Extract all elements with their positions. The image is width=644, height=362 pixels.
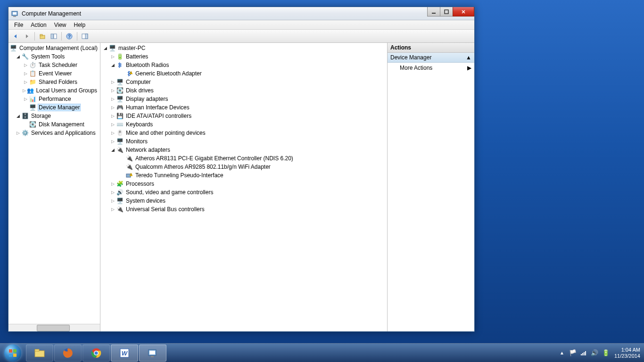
expand-icon[interactable]: [110, 147, 116, 153]
menu-action[interactable]: Action: [27, 21, 50, 29]
action-pane-button[interactable]: [80, 31, 90, 41]
device-hid[interactable]: Human Interface Devices: [125, 104, 190, 111]
menu-help[interactable]: Help: [70, 21, 90, 29]
taskbar-chrome[interactable]: [83, 345, 110, 362]
show-hide-tree-button[interactable]: [49, 31, 59, 41]
expand-icon[interactable]: [110, 198, 116, 204]
svg-rect-7: [51, 34, 53, 39]
event-icon: 📋: [29, 70, 36, 77]
device-computer[interactable]: Computer: [125, 78, 152, 86]
tree-shared-folders[interactable]: Shared Folders: [38, 78, 78, 86]
tree-device-manager[interactable]: Device Manager: [38, 104, 81, 111]
expand-icon[interactable]: [110, 139, 116, 144]
expand-icon[interactable]: [110, 206, 116, 212]
tree-event-viewer[interactable]: Event Viewer: [38, 70, 73, 77]
system-icon: 🖥️: [116, 197, 124, 205]
device-network[interactable]: Network adapters: [125, 146, 171, 154]
expand-icon[interactable]: [23, 62, 28, 68]
expand-icon[interactable]: [110, 54, 116, 59]
actions-section[interactable]: Device Manager ▲: [388, 53, 474, 63]
taskbar-explorer[interactable]: [26, 345, 53, 362]
tree-root[interactable]: Computer Management (Local): [18, 44, 99, 52]
expand-icon[interactable]: [110, 88, 116, 93]
tree-disk-management[interactable]: Disk Management: [38, 121, 85, 128]
expand-icon[interactable]: [110, 105, 116, 110]
help-button[interactable]: ?: [64, 31, 74, 41]
tree-services[interactable]: Services and Applications: [30, 129, 97, 137]
console-tree[interactable]: 🖥️Computer Management (Local) 🔧System To…: [8, 43, 100, 324]
expand-icon[interactable]: [110, 113, 116, 119]
collapse-icon[interactable]: ▲: [466, 54, 471, 61]
device-batteries[interactable]: Batteries: [125, 53, 149, 60]
flag-icon[interactable]: 🏳️: [569, 349, 577, 356]
computer-management-window: Computer Management File Action View Hel…: [8, 7, 475, 332]
expand-icon[interactable]: [110, 62, 116, 68]
device-ide[interactable]: IDE ATA/ATAPI controllers: [125, 112, 192, 120]
expand-icon[interactable]: [23, 88, 26, 93]
nic-icon: 🔌: [125, 163, 133, 171]
expand-icon[interactable]: [110, 79, 116, 85]
clock-time: 1:04 AM: [614, 347, 640, 353]
maximize-button[interactable]: [440, 7, 453, 16]
scrollbar-thumb[interactable]: [37, 325, 70, 331]
expand-icon[interactable]: [110, 96, 116, 102]
tree-task-scheduler[interactable]: Task Scheduler: [38, 61, 78, 69]
device-disk-drives[interactable]: Disk drives: [125, 87, 155, 94]
device-net-teredo[interactable]: Teredo Tunneling Pseudo-Interface: [134, 172, 224, 179]
clock[interactable]: 1:04 AM 11/23/2014: [614, 347, 640, 359]
tree-performance[interactable]: Performance: [38, 95, 72, 103]
device-net-qualcomm[interactable]: Qualcomm Atheros AR9285 802.11b/g/n WiFi…: [134, 163, 272, 171]
tree-local-users[interactable]: Local Users and Groups: [35, 87, 98, 94]
back-button[interactable]: [10, 31, 21, 41]
titlebar[interactable]: Computer Management: [8, 7, 474, 20]
close-button[interactable]: [453, 7, 474, 16]
expand-icon[interactable]: [110, 122, 116, 127]
device-bluetooth[interactable]: Bluetooth Radios: [125, 61, 170, 69]
expand-icon[interactable]: [15, 130, 21, 136]
expand-icon[interactable]: [110, 181, 116, 187]
expand-icon[interactable]: [23, 96, 28, 102]
forward-button[interactable]: [22, 31, 32, 41]
device-pc[interactable]: master-PC: [117, 44, 146, 52]
console-tree-pane: 🖥️Computer Management (Local) 🔧System To…: [8, 43, 100, 331]
more-actions-item[interactable]: More Actions ▶: [388, 63, 474, 73]
expand-icon[interactable]: [15, 54, 21, 59]
menu-file[interactable]: File: [10, 21, 27, 29]
svg-rect-32: [151, 356, 154, 357]
up-button[interactable]: [37, 31, 48, 41]
expand-icon[interactable]: [110, 189, 116, 195]
taskbar[interactable]: W ▲ 🏳️ 🔊 🔋 1:04 AM 11/23/2014: [0, 343, 644, 362]
tree-storage[interactable]: Storage: [30, 112, 52, 120]
device-net-atheros[interactable]: Atheros AR8131 PCI-E Gigabit Ethernet Co…: [134, 155, 294, 162]
device-processors[interactable]: Processors: [125, 180, 155, 188]
expand-icon[interactable]: [102, 45, 108, 51]
device-tree-pane[interactable]: 🖥️master-PC 🔋Batteries Bluetooth Radios …: [100, 43, 388, 331]
horizontal-scrollbar[interactable]: [8, 324, 100, 331]
menu-view[interactable]: View: [50, 21, 70, 29]
taskbar-compmgmt[interactable]: [139, 345, 166, 362]
minimize-button[interactable]: [427, 7, 440, 16]
device-system[interactable]: System devices: [125, 197, 166, 205]
device-keyboards[interactable]: Keyboards: [125, 121, 154, 128]
expand-icon[interactable]: [15, 113, 21, 119]
taskbar-firefox[interactable]: [54, 345, 82, 362]
expand-icon[interactable]: [23, 79, 28, 85]
start-button[interactable]: [0, 344, 25, 362]
toolbar-separator: [77, 32, 77, 41]
device-bt-generic[interactable]: Generic Bluetooth Adapter: [134, 70, 203, 77]
expand-icon[interactable]: [110, 130, 116, 136]
device-monitors[interactable]: Monitors: [125, 138, 149, 145]
device-display[interactable]: Display adapters: [125, 95, 169, 103]
tree-system-tools[interactable]: System Tools: [30, 53, 66, 60]
device-sound[interactable]: Sound, video and game controllers: [125, 189, 214, 196]
wifi-icon[interactable]: [580, 349, 587, 356]
system-tray[interactable]: ▲ 🏳️ 🔊 🔋 1:04 AM 11/23/2014: [560, 347, 644, 359]
taskbar-word[interactable]: W: [111, 345, 138, 362]
svg-rect-22: [35, 351, 44, 357]
tray-show-hidden-icon[interactable]: ▲: [560, 350, 564, 355]
device-usb[interactable]: Universal Serial Bus controllers: [125, 206, 206, 213]
volume-icon[interactable]: 🔊: [591, 349, 598, 356]
expand-icon[interactable]: [23, 71, 28, 76]
power-icon[interactable]: 🔋: [602, 349, 610, 356]
device-mice[interactable]: Mice and other pointing devices: [125, 129, 206, 137]
